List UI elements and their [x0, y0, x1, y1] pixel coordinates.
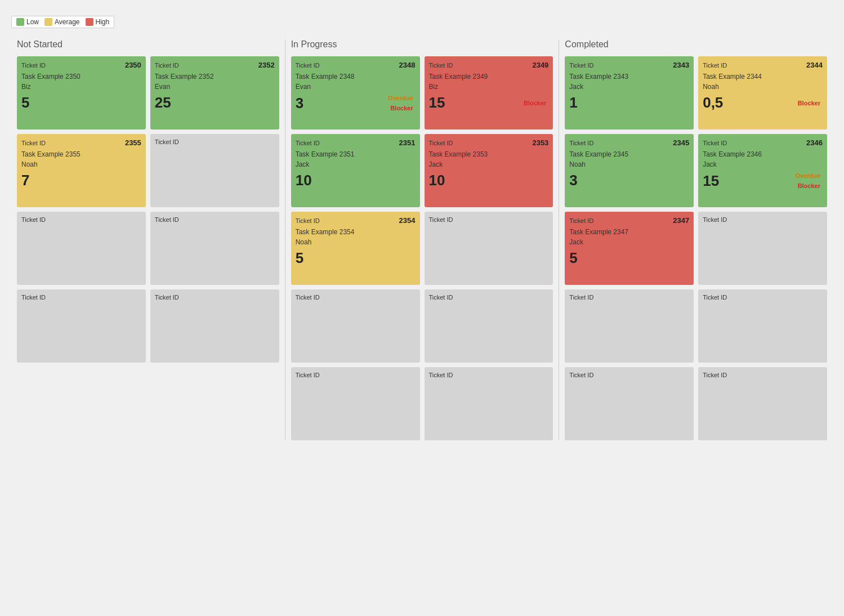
- ticket-card[interactable]: Ticket ID: [425, 212, 553, 285]
- ticket-label: Ticket ID: [703, 216, 727, 223]
- ticket-id: 2350: [125, 61, 141, 69]
- ticket-card[interactable]: Ticket ID: [565, 367, 694, 440]
- ticket-card[interactable]: Ticket ID: [150, 212, 279, 285]
- ticket-card[interactable]: Ticket ID2349Task Example 2349Biz15Block…: [425, 56, 553, 130]
- ticket-card[interactable]: Ticket ID2348Task Example 2348Evan3Overd…: [291, 56, 420, 130]
- ticket-label: Ticket ID: [296, 372, 320, 378]
- tag-blocker: Blocker: [796, 182, 823, 190]
- ticket-points: 1: [569, 94, 577, 111]
- ticket-label: Ticket ID: [296, 62, 320, 69]
- ticket-label: Ticket ID: [155, 139, 179, 145]
- ticket-id: 2346: [806, 139, 823, 147]
- ticket-label: Ticket ID: [569, 62, 593, 69]
- ticket-card[interactable]: Ticket ID2346Task Example 2346Jack15Over…: [698, 134, 827, 207]
- ticket-card[interactable]: Ticket ID: [17, 289, 146, 363]
- ticket-id: 2348: [399, 61, 416, 69]
- ticket-title: Task Example 2346: [703, 150, 823, 158]
- card-header: Ticket ID: [569, 294, 689, 301]
- ticket-card[interactable]: Ticket ID: [698, 289, 827, 363]
- ticket-points: 3: [296, 95, 303, 112]
- column-header-completed: Completed: [565, 39, 827, 50]
- ticket-title: Task Example 2344: [703, 73, 823, 81]
- card-footer: 5: [296, 249, 416, 267]
- ticket-title: Task Example 2354: [296, 228, 416, 236]
- card-header: Ticket ID: [21, 216, 141, 223]
- ticket-assignee: Jack: [703, 160, 823, 168]
- ticket-card[interactable]: Ticket ID: [17, 212, 146, 285]
- ticket-assignee: Jack: [296, 160, 416, 168]
- ticket-assignee: Jack: [429, 160, 549, 168]
- ticket-id: 2349: [532, 61, 548, 69]
- ticket-card[interactable]: Ticket ID2353Task Example 2353Jack10: [425, 134, 553, 207]
- card-footer: 10: [429, 172, 549, 189]
- ticket-assignee: Noah: [569, 160, 689, 168]
- ticket-points: 7: [21, 172, 29, 189]
- column-completed: CompletedTicket ID2343Task Example 2343J…: [559, 39, 833, 440]
- ticket-label: Ticket ID: [429, 216, 453, 223]
- ticket-id: 2344: [806, 61, 823, 69]
- column-in-progress: In ProgressTicket ID2348Task Example 234…: [285, 39, 560, 440]
- ticket-card[interactable]: Ticket ID: [150, 289, 279, 363]
- card-header: Ticket ID2344: [703, 61, 823, 69]
- ticket-card[interactable]: Ticket ID2355Task Example 2355Noah7: [17, 134, 146, 207]
- card-footer: 10: [296, 172, 416, 189]
- ticket-card[interactable]: Ticket ID: [291, 289, 420, 363]
- ticket-card[interactable]: Ticket ID: [565, 289, 694, 363]
- card-header: Ticket ID2349: [429, 61, 549, 69]
- ticket-card[interactable]: Ticket ID: [425, 289, 553, 363]
- ticket-assignee: Evan: [155, 83, 275, 91]
- ticket-card[interactable]: Ticket ID: [291, 367, 420, 440]
- ticket-card[interactable]: Ticket ID2354Task Example 2354Noah5: [291, 212, 420, 285]
- ticket-card[interactable]: Ticket ID2350Task Example 2350Biz5: [17, 56, 146, 130]
- ticket-label: Ticket ID: [569, 372, 593, 378]
- ticket-assignee: Biz: [429, 83, 549, 91]
- ticket-card[interactable]: Ticket ID2347Task Example 2347Jack5: [565, 212, 694, 285]
- card-header: Ticket ID2345: [569, 139, 689, 147]
- card-header: Ticket ID: [703, 294, 823, 301]
- ticket-label: Ticket ID: [429, 62, 453, 69]
- card-header: Ticket ID2350: [21, 61, 141, 69]
- ticket-assignee: Noah: [296, 238, 416, 246]
- ticket-label: Ticket ID: [155, 216, 179, 223]
- ticket-tags: OverdueBlocker: [386, 94, 416, 112]
- ticket-points: 5: [569, 249, 577, 267]
- board: Not StartedTicket ID2350Task Example 235…: [11, 39, 833, 440]
- ticket-card[interactable]: Ticket ID2351Task Example 2351Jack10: [291, 134, 420, 207]
- ticket-label: Ticket ID: [703, 62, 727, 69]
- ticket-id: 2353: [532, 139, 548, 147]
- ticket-card[interactable]: Ticket ID: [425, 367, 553, 440]
- ticket-label: Ticket ID: [569, 140, 593, 146]
- card-header: Ticket ID2352: [155, 61, 275, 69]
- card-header: Ticket ID: [429, 216, 549, 223]
- card-header: Ticket ID: [155, 139, 275, 145]
- ticket-label: Ticket ID: [21, 140, 46, 146]
- ticket-assignee: Noah: [703, 83, 823, 91]
- ticket-assignee: Jack: [569, 83, 689, 91]
- card-header: Ticket ID: [296, 372, 416, 378]
- ticket-points: 0,5: [703, 94, 723, 111]
- ticket-label: Ticket ID: [703, 294, 727, 301]
- ticket-points: 10: [429, 172, 445, 189]
- ticket-tags: OverdueBlocker: [793, 172, 823, 190]
- ticket-id: 2347: [673, 216, 689, 225]
- ticket-title: Task Example 2343: [569, 73, 689, 81]
- ticket-card[interactable]: Ticket ID: [698, 212, 827, 285]
- ticket-label: Ticket ID: [155, 62, 179, 69]
- ticket-card[interactable]: Ticket ID2343Task Example 2343Jack1: [565, 56, 694, 130]
- card-header: Ticket ID: [296, 294, 416, 301]
- card-header: Ticket ID2355: [21, 139, 141, 147]
- ticket-label: Ticket ID: [569, 294, 593, 301]
- ticket-id: 2345: [673, 139, 689, 147]
- ticket-card[interactable]: Ticket ID2344Task Example 2344Noah0,5Blo…: [698, 56, 827, 130]
- legend-item: Average: [44, 18, 79, 26]
- card-header: Ticket ID: [155, 216, 275, 223]
- ticket-card[interactable]: Ticket ID2345Task Example 2345Noah3: [565, 134, 694, 207]
- ticket-label: Ticket ID: [429, 372, 453, 378]
- ticket-card[interactable]: Ticket ID: [150, 134, 279, 207]
- ticket-points: 15: [429, 94, 445, 111]
- ticket-id: 2354: [399, 216, 416, 225]
- ticket-points: 25: [155, 94, 171, 111]
- legend-item: Low: [16, 18, 39, 26]
- ticket-card[interactable]: Ticket ID2352Task Example 2352Evan25: [150, 56, 279, 130]
- ticket-card[interactable]: Ticket ID: [698, 367, 827, 440]
